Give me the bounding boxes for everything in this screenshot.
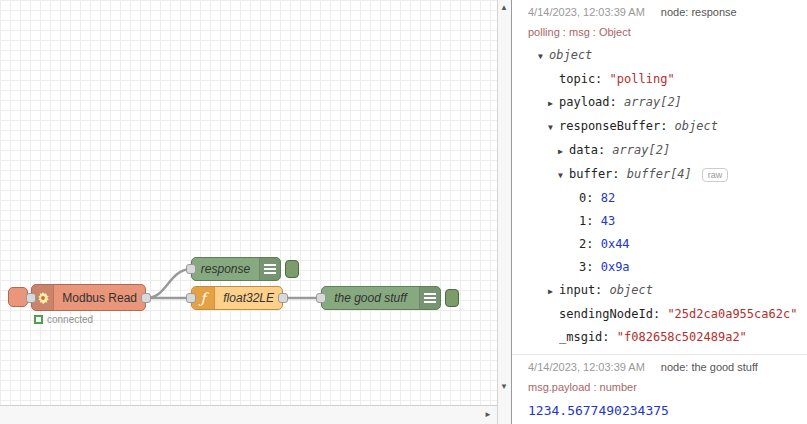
timestamp: 4/14/2023, 12:03:39 AM [528, 6, 645, 18]
debug-message-response: 4/14/2023, 12:03:39 AMnode: response pol… [512, 0, 807, 355]
wires-layer [0, 0, 497, 405]
debug-tree-row: ▶payload: array[2] [538, 91, 799, 115]
node-label: response [192, 258, 259, 280]
node-float32le[interactable]: ƒ float32LE [191, 286, 283, 310]
debug-message-meta: 4/14/2023, 12:03:39 AMnode: response [528, 6, 799, 18]
debug-tree-row: ▼object [538, 44, 799, 68]
property-value: object [610, 283, 653, 297]
node-response[interactable]: response [191, 257, 281, 281]
source-node-name: node: response [661, 6, 737, 18]
scroll-up-icon[interactable]: ▲ [500, 3, 508, 12]
debug-list-icon [419, 287, 440, 309]
debug-enable-toggle[interactable] [285, 260, 299, 278]
node-modbus-small[interactable] [8, 287, 28, 307]
disclosure-collapsed-icon[interactable]: ▶ [558, 140, 569, 163]
property-value: object [549, 48, 592, 62]
source-node-name: node: the good stuff [661, 361, 758, 373]
debug-tree-row: 2: 0x44 [538, 233, 799, 256]
input-port[interactable] [316, 293, 326, 303]
property-key: responseBuffer: [559, 119, 675, 133]
input-port[interactable] [186, 264, 196, 274]
debug-message-meta: 4/14/2023, 12:03:39 AMnode: the good stu… [528, 361, 799, 373]
property-key: buffer: [569, 167, 627, 181]
status-text: connected [47, 314, 93, 325]
debug-tree-row: 1: 43 [538, 210, 799, 233]
debug-list-icon [259, 258, 280, 280]
debug-tree-row: _msgid: "f082658c502489a2" [538, 326, 799, 349]
node-red-app: Modbus Read connected response [0, 0, 807, 424]
property-key: input: [559, 283, 610, 297]
debug-tree-row: topic: "polling" [538, 68, 799, 91]
wire-modbus-to-response[interactable] [146, 269, 192, 298]
node-label: the good stuff [322, 287, 419, 309]
property-value: array[2] [612, 143, 670, 157]
timestamp: 4/14/2023, 12:03:39 AM [528, 361, 645, 373]
debug-tree-row: ▼responseBuffer: object [538, 115, 799, 139]
property-value: "25d2ca0a955ca62c" [667, 307, 797, 321]
property-value: array[2] [624, 95, 682, 109]
message-path: polling : msg : Object [528, 26, 799, 38]
property-value: object [675, 119, 718, 133]
property-key: _msgid: [559, 330, 617, 344]
disclosure-expanded-icon[interactable]: ▼ [538, 45, 549, 68]
debug-tree-row: 0: 82 [538, 187, 799, 210]
vertical-scrollbar[interactable]: ▲ ▼ [497, 0, 511, 424]
property-value: 0x9a [601, 260, 630, 274]
node-modbus-read[interactable]: Modbus Read [31, 284, 146, 311]
debug-sidebar: 4/14/2023, 12:03:39 AMnode: response pol… [511, 0, 807, 424]
property-key: topic: [559, 72, 610, 86]
node-the-good-stuff[interactable]: the good stuff [321, 286, 441, 310]
disclosure-collapsed-icon[interactable]: ▶ [548, 280, 559, 303]
debug-tree-row: 3: 0x9a [538, 256, 799, 279]
property-value: buffer[4] [627, 167, 692, 181]
property-key: 3: [579, 260, 601, 274]
property-value: 82 [601, 191, 615, 205]
property-key: sendingNodeId: [559, 307, 667, 321]
property-value: "polling" [610, 72, 675, 86]
node-label: Modbus Read [54, 285, 145, 310]
disclosure-collapsed-icon[interactable]: ▶ [548, 92, 559, 115]
property-key: data: [569, 143, 612, 157]
json-tree: ▼objecttopic: "polling"▶payload: array[2… [538, 44, 799, 349]
input-port[interactable] [26, 293, 36, 303]
workspace: Modbus Read connected response [0, 0, 497, 424]
disclosure-expanded-icon[interactable]: ▼ [558, 164, 569, 187]
output-port[interactable] [141, 293, 151, 303]
node-label: float32LE [215, 287, 282, 309]
debug-tree-row: ▶data: array[2] [538, 139, 799, 163]
property-key: 0: [579, 191, 601, 205]
debug-enable-toggle[interactable] [445, 289, 459, 307]
debug-tree-row: ▶input: object [538, 279, 799, 303]
raw-toggle-button[interactable]: raw [702, 168, 729, 182]
debug-tree-row: sendingNodeId: "25d2ca0a955ca62c" [538, 303, 799, 326]
node-status: connected [34, 314, 93, 325]
payload-number-value: 1234.5677490234375 [528, 403, 799, 418]
property-value: 43 [601, 214, 615, 228]
status-square-icon [34, 315, 43, 324]
input-port[interactable] [186, 293, 196, 303]
property-key: payload: [559, 95, 624, 109]
property-value: "f082658c502489a2" [617, 330, 747, 344]
property-value: 0x44 [601, 237, 630, 251]
property-key: 1: [579, 214, 601, 228]
property-key: 2: [579, 237, 601, 251]
scroll-right-icon[interactable]: ► [484, 410, 492, 419]
scroll-down-icon[interactable]: ▼ [500, 382, 508, 391]
disclosure-expanded-icon[interactable]: ▼ [548, 116, 559, 139]
debug-message-good-stuff: 4/14/2023, 12:03:39 AMnode: the good stu… [512, 355, 807, 424]
horizontal-scrollbar[interactable]: ► [0, 405, 497, 424]
debug-tree-row: ▼buffer: buffer[4]raw [538, 163, 799, 187]
flow-canvas[interactable]: Modbus Read connected response [0, 0, 497, 405]
output-port[interactable] [278, 293, 288, 303]
message-path: msg.payload : number [528, 381, 799, 393]
